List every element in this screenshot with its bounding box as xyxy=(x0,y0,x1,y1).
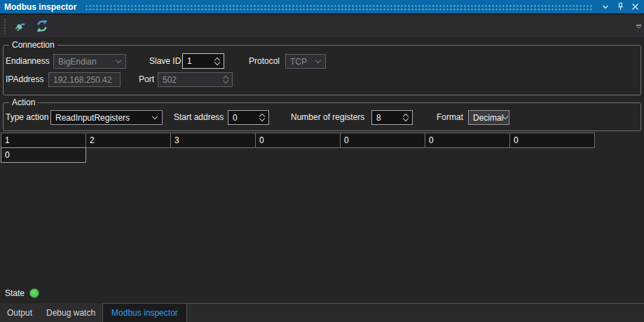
port-value: 502 xyxy=(163,75,177,85)
endianness-label: Endianness xyxy=(6,54,50,69)
start-address-label: Start address xyxy=(174,110,224,125)
stepper-arrows[interactable] xyxy=(215,58,219,65)
state-indicator-dot xyxy=(29,288,39,298)
port-label: Port xyxy=(139,72,154,87)
slave-id-value: 1 xyxy=(187,56,192,66)
window-menu-button[interactable] xyxy=(600,1,611,13)
titlebar-drag-grip[interactable] xyxy=(85,4,593,11)
chevron-down-icon xyxy=(502,114,508,119)
endianness-select[interactable]: BigEndian xyxy=(53,54,126,69)
ip-address-label: IPAddress xyxy=(6,72,43,87)
format-select[interactable]: Decimal xyxy=(468,110,509,125)
stepper-arrows[interactable] xyxy=(404,114,408,121)
connection-groupbox: Connection Endianness BigEndian Slave ID… xyxy=(3,45,641,95)
start-address-value: 0 xyxy=(233,113,238,123)
register-cell[interactable]: 0 xyxy=(425,133,510,148)
modbus-inspector-panel: Modbus inspector xyxy=(0,0,644,322)
action-group-label: Action xyxy=(9,98,38,107)
state-row: State xyxy=(5,288,39,299)
register-cell[interactable]: 1 xyxy=(1,133,86,148)
tab-debug-watch[interactable]: Debug watch xyxy=(39,303,102,322)
type-action-value: ReadInputRegisters xyxy=(55,113,130,123)
register-row: 0 xyxy=(1,147,594,163)
protocol-select[interactable]: TCP xyxy=(285,54,326,69)
refresh-icon xyxy=(36,20,48,32)
num-registers-value: 8 xyxy=(376,113,381,123)
start-address-stepper[interactable]: 0 xyxy=(228,110,269,125)
protocol-label: Protocol xyxy=(249,54,280,69)
ip-address-field[interactable] xyxy=(48,72,121,87)
toolbar-overflow-button[interactable] xyxy=(636,25,641,28)
chevron-down-icon xyxy=(152,114,158,119)
bottom-tabbar: OutputDebug watchModbus inspector xyxy=(0,303,644,322)
type-action-label: Type action xyxy=(6,110,48,125)
register-row: 1230000 xyxy=(1,133,594,148)
chevron-down-icon xyxy=(315,58,321,63)
tab-output[interactable]: Output xyxy=(0,303,39,322)
tool-window-titlebar: Modbus inspector xyxy=(0,0,644,13)
panel-toolbar xyxy=(0,14,644,37)
register-cell[interactable]: 0 xyxy=(509,133,595,148)
type-action-select[interactable]: ReadInputRegisters xyxy=(50,110,163,125)
state-label: State xyxy=(5,288,25,298)
tabbar-filler xyxy=(187,303,644,322)
tab-modbus-inspector[interactable]: Modbus inspector xyxy=(102,303,187,322)
stepper-arrows[interactable] xyxy=(260,114,264,121)
register-cell[interactable]: 2 xyxy=(85,133,171,148)
stepper-arrows xyxy=(224,76,228,83)
close-icon xyxy=(631,3,639,11)
format-value: Decimal xyxy=(473,113,503,123)
chevron-down-icon xyxy=(601,3,610,11)
pin-icon xyxy=(616,2,625,11)
register-cell[interactable]: 0 xyxy=(340,133,425,148)
port-stepper[interactable]: 502 xyxy=(158,72,233,87)
registers-grid: 12300000 xyxy=(1,133,594,163)
toolbar-grip[interactable] xyxy=(4,18,6,34)
action-groupbox: Action Type action ReadInputRegisters St… xyxy=(3,102,641,131)
num-registers-label: Number of registers xyxy=(291,110,364,125)
connection-group-label: Connection xyxy=(9,40,57,50)
pin-button[interactable] xyxy=(615,1,626,13)
register-cell[interactable]: 3 xyxy=(170,133,256,148)
register-cell[interactable]: 0 xyxy=(255,133,341,148)
format-label: Format xyxy=(437,110,463,125)
num-registers-stepper[interactable]: 8 xyxy=(371,110,413,125)
protocol-value: TCP xyxy=(290,57,307,67)
register-cell[interactable]: 0 xyxy=(1,147,86,163)
slave-id-label: Slave ID xyxy=(149,54,181,69)
close-button[interactable] xyxy=(629,1,640,13)
connect-button[interactable] xyxy=(11,17,29,35)
endianness-value: BigEndian xyxy=(58,57,97,67)
slave-id-stepper[interactable]: 1 xyxy=(182,53,224,69)
plug-connect-icon xyxy=(13,20,27,33)
panel-title: Modbus inspector xyxy=(4,2,76,12)
chevron-down-icon xyxy=(116,58,121,63)
refresh-button[interactable] xyxy=(33,17,51,35)
